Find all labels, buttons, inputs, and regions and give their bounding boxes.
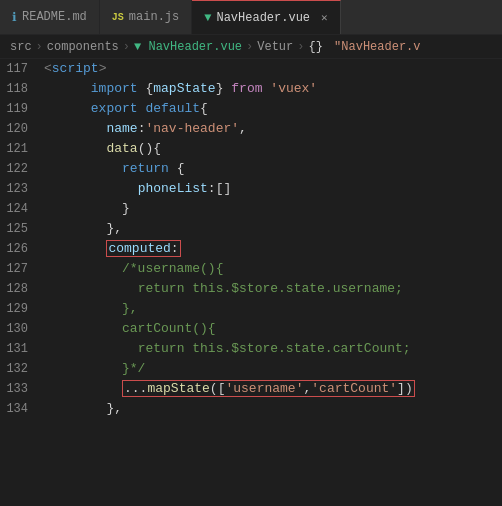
line-content-124: }	[44, 199, 502, 218]
line-content-132: }*/	[44, 359, 502, 378]
tab-navheader[interactable]: ▼ NavHeader.vue ✕	[192, 0, 340, 34]
line-content-131: return this.$store.state.cartCount;	[44, 339, 502, 358]
line-num-121: 121	[0, 140, 44, 159]
code-line-130: 130 cartCount(){	[0, 319, 502, 339]
line-content-119: export default{	[44, 99, 502, 118]
tab-mainjs[interactable]: JS main.js	[100, 0, 192, 34]
code-line-132: 132 }*/	[0, 359, 502, 379]
breadcrumb: src › components › ▼ NavHeader.vue › Vet…	[0, 35, 502, 59]
line-num-131: 131	[0, 340, 44, 359]
breadcrumb-sep3: ›	[246, 40, 253, 54]
tab-mainjs-label: main.js	[129, 10, 179, 24]
code-line-126: 126 computed:	[0, 239, 502, 259]
line-content-121: data(){	[44, 139, 502, 158]
line-num-123: 123	[0, 180, 44, 199]
line-num-124: 124	[0, 200, 44, 219]
line-content-117: <script>	[44, 59, 502, 78]
line-num-117: 117	[0, 60, 44, 79]
code-line-120: 120 name:'nav-header',	[0, 119, 502, 139]
line-num-122: 122	[0, 160, 44, 179]
code-line-128: 128 return this.$store.state.username;	[0, 279, 502, 299]
line-num-118: 118	[0, 80, 44, 99]
breadcrumb-name: "NavHeader.v	[327, 40, 421, 54]
line-content-122: return {	[44, 159, 502, 178]
line-content-125: },	[44, 219, 502, 238]
code-line-123: 123 phoneList:[]	[0, 179, 502, 199]
code-line-134: 134 },	[0, 399, 502, 419]
code-area: 117 <script> 118 import {mapState} from …	[0, 59, 502, 506]
tab-bar: ℹ README.md JS main.js ▼ NavHeader.vue ✕	[0, 0, 502, 35]
code-line-127: 127 /*username(){	[0, 259, 502, 279]
code-line-119: 119 export default{	[0, 99, 502, 119]
tab-navheader-label: NavHeader.vue	[216, 11, 310, 25]
line-num-119: 119	[0, 100, 44, 119]
line-num-127: 127	[0, 260, 44, 279]
line-num-126: 126	[0, 240, 44, 259]
code-line-131: 131 return this.$store.state.cartCount;	[0, 339, 502, 359]
line-num-133: 133	[0, 380, 44, 399]
line-num-132: 132	[0, 360, 44, 379]
line-num-125: 125	[0, 220, 44, 239]
close-icon[interactable]: ✕	[321, 11, 328, 24]
code-line-122: 122 return {	[0, 159, 502, 179]
breadcrumb-src: src	[10, 40, 32, 54]
line-content-134: },	[44, 399, 502, 418]
line-content-127: /*username(){	[44, 259, 502, 278]
code-line-124: 124 }	[0, 199, 502, 219]
breadcrumb-sep2: ›	[123, 40, 130, 54]
line-num-120: 120	[0, 120, 44, 139]
vue-icon: ▼	[204, 11, 211, 25]
line-content-123: phoneList:[]	[44, 179, 502, 198]
breadcrumb-brace: {}	[308, 40, 322, 54]
line-content-133: ...mapState(['username','cartCount'])	[44, 379, 502, 398]
js-icon: JS	[112, 12, 124, 23]
code-line-125: 125 },	[0, 219, 502, 239]
breadcrumb-components: components	[47, 40, 119, 54]
tab-readme[interactable]: ℹ README.md	[0, 0, 100, 34]
code-line-129: 129 },	[0, 299, 502, 319]
line-num-128: 128	[0, 280, 44, 299]
line-num-130: 130	[0, 320, 44, 339]
breadcrumb-sep4: ›	[297, 40, 304, 54]
code-line-118: 118 import {mapState} from 'vuex'	[0, 79, 502, 99]
tab-readme-label: README.md	[22, 10, 87, 24]
line-content-120: name:'nav-header',	[44, 119, 502, 138]
line-content-128: return this.$store.state.username;	[44, 279, 502, 298]
line-content-118: import {mapState} from 'vuex'	[44, 79, 502, 98]
breadcrumb-navheader: ▼ NavHeader.vue	[134, 40, 242, 54]
code-line-117: 117 <script>	[0, 59, 502, 79]
line-content-130: cartCount(){	[44, 319, 502, 338]
code-line-133: 133 ...mapState(['username','cartCount']…	[0, 379, 502, 399]
md-icon: ℹ	[12, 10, 17, 25]
line-num-134: 134	[0, 400, 44, 419]
line-content-126: computed:	[44, 239, 502, 258]
line-num-129: 129	[0, 300, 44, 319]
code-line-121: 121 data(){	[0, 139, 502, 159]
line-content-129: },	[44, 299, 502, 318]
breadcrumb-vetur: Vetur	[257, 40, 293, 54]
breadcrumb-sep1: ›	[36, 40, 43, 54]
